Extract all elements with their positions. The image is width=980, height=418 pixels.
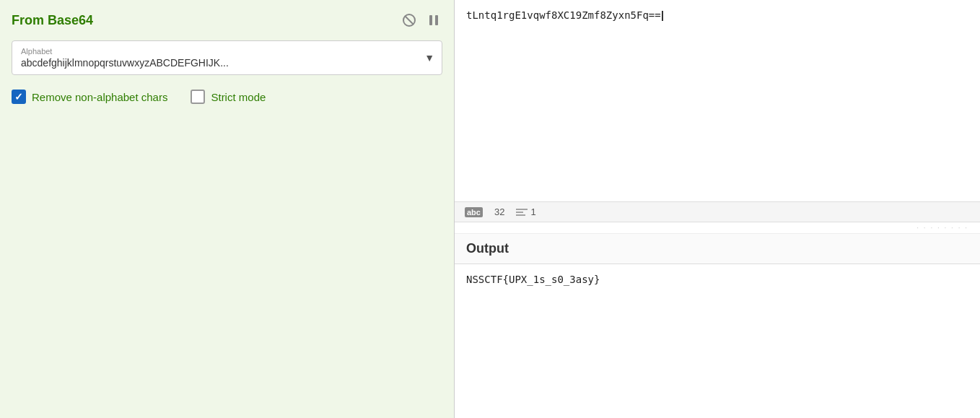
line-count: 1 xyxy=(530,206,535,217)
input-text: tLntq1rgE1vqwf8XC19Zmf8Zyxn5Fq== xyxy=(466,9,661,21)
remove-non-alphabet-checkbox[interactable]: ✓ xyxy=(12,90,26,104)
output-text: NSSCTF{UPX_1s_s0_3asy} xyxy=(466,274,600,285)
block-button[interactable] xyxy=(401,12,418,29)
panel-header: From Base64 xyxy=(12,12,442,29)
panel-title: From Base64 xyxy=(12,13,93,28)
left-panel: From Base64 Alphabet abcdefghijklmnopqrs… xyxy=(0,0,455,418)
svg-rect-3 xyxy=(435,15,438,25)
strict-mode-checkbox[interactable] xyxy=(191,90,205,104)
alphabet-value: abcdefghijklmnopqrstuvwxyzABCDEFGHIJK... xyxy=(21,57,433,69)
pause-button[interactable] xyxy=(425,12,442,29)
char-count: 32 xyxy=(494,206,504,217)
cursor xyxy=(662,11,663,21)
output-section: Output NSSCTF{UPX_1s_s0_3asy} xyxy=(455,234,980,418)
output-content: NSSCTF{UPX_1s_s0_3asy} xyxy=(455,264,980,418)
right-panel: tLntq1rgE1vqwf8XC19Zmf8Zyxn5Fq== abc 32 … xyxy=(455,0,980,418)
strict-mode-label: Strict mode xyxy=(211,91,266,103)
lines-icon xyxy=(516,208,528,217)
resize-handle[interactable]: · · · · · · · · xyxy=(455,222,980,234)
status-bar: abc 32 1 xyxy=(455,202,980,222)
remove-non-alphabet-label: Remove non-alphabet chars xyxy=(32,91,167,103)
svg-rect-2 xyxy=(429,15,432,25)
output-header: Output xyxy=(455,234,980,264)
options-row: ✓ Remove non-alphabet chars Strict mode xyxy=(12,87,442,107)
svg-line-1 xyxy=(405,16,414,25)
input-area[interactable]: tLntq1rgE1vqwf8XC19Zmf8Zyxn5Fq== xyxy=(455,0,980,202)
output-title: Output xyxy=(466,241,509,256)
strict-mode-option[interactable]: Strict mode xyxy=(191,90,266,104)
status-chars: 32 xyxy=(494,206,504,217)
remove-non-alphabet-option[interactable]: ✓ Remove non-alphabet chars xyxy=(12,90,167,104)
alphabet-label: Alphabet xyxy=(21,47,433,56)
alphabet-dropdown[interactable]: Alphabet abcdefghijklmnopqrstuvwxyzABCDE… xyxy=(12,40,442,75)
panel-icons xyxy=(401,12,442,29)
dropdown-arrow-icon: ▼ xyxy=(424,52,434,64)
status-lines: 1 xyxy=(516,206,535,217)
checkmark-icon: ✓ xyxy=(14,92,23,102)
abc-icon: abc xyxy=(465,207,483,217)
